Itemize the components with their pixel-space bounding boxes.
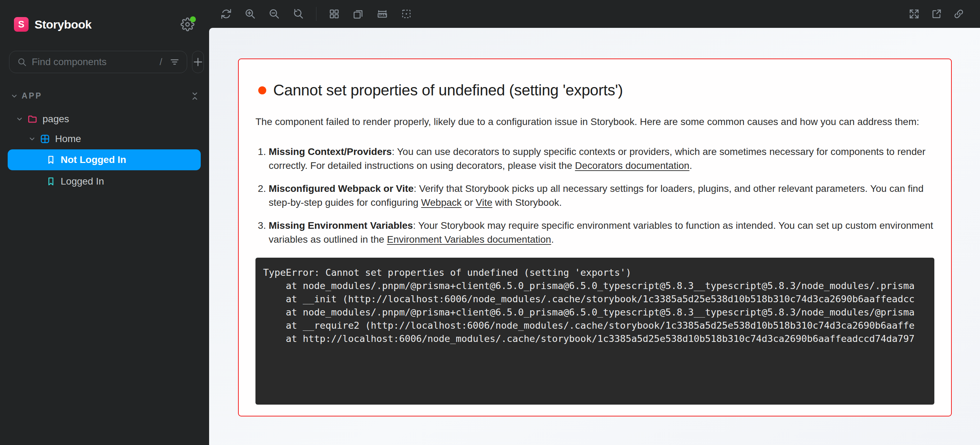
slash-shortcut-hint: / (160, 57, 162, 68)
search-icon (17, 57, 27, 67)
error-intro: The component failed to render properly,… (255, 115, 934, 129)
toolbar-right-group (904, 4, 971, 24)
chevron-down-icon[interactable] (28, 135, 36, 143)
sidebar-item-pages[interactable]: pages (0, 109, 209, 129)
zoom-out-icon (269, 8, 280, 19)
environment-variables-documentation-link[interactable]: Environment Variables documentation (387, 234, 551, 245)
zoom-out-button[interactable] (264, 4, 285, 24)
filter-icon[interactable] (169, 57, 180, 67)
settings-menu-button[interactable] (179, 16, 196, 33)
tree-item-label: Not Logged In (60, 154, 126, 165)
stack-trace-block: TypeError: Cannot set properties of unde… (255, 258, 934, 405)
component-icon (40, 134, 50, 144)
canvas-toolbar (209, 0, 980, 28)
main-area: Cannot set properties of undefined (sett… (209, 0, 980, 445)
viewport-button[interactable] (348, 4, 368, 24)
vite-link[interactable]: Vite (476, 197, 492, 208)
stack-line: at __require2 (http://localhost:6006/nod… (263, 319, 927, 332)
collapse-all-icon[interactable] (190, 92, 199, 101)
bookmark-icon (46, 177, 56, 186)
stack-line: at __init (http://localhost:6006/node_mo… (263, 293, 927, 306)
error-panel: Cannot set properties of undefined (sett… (238, 59, 952, 416)
notification-dot (190, 16, 196, 22)
cause-item-webpack-vite: Misconfigured Webpack or Vite: Verify th… (269, 182, 934, 210)
cause-item-context-providers: Missing Context/Providers: You can use d… (269, 145, 934, 173)
remount-button[interactable] (216, 4, 236, 24)
folder-icon (27, 114, 38, 124)
error-status-dot-icon (258, 86, 266, 94)
stack-line: at node_modules/.pnpm/@prisma+client@6.5… (263, 306, 927, 319)
zoom-in-button[interactable] (240, 4, 260, 24)
cause-item-env-variables: Missing Environment Variables: Your Stor… (269, 219, 934, 247)
cause-list: Missing Context/Providers: You can use d… (255, 145, 934, 247)
viewport-icon (353, 8, 364, 19)
search-row: / (9, 51, 201, 73)
copy-link-icon (953, 8, 964, 19)
toolbar-divider (316, 7, 317, 21)
storybook-app: S Storybook (0, 0, 980, 445)
error-title: Cannot set properties of undefined (sett… (273, 81, 623, 99)
background-grid-icon (329, 8, 340, 19)
sidebar: S Storybook (0, 0, 209, 445)
plus-icon (192, 56, 204, 68)
story-tree: pages Home (0, 109, 209, 192)
background-toggle-button[interactable] (324, 4, 344, 24)
remount-icon (221, 8, 232, 19)
section-label: APP (22, 91, 42, 101)
zoom-in-icon (245, 8, 256, 19)
storybook-logo: S (14, 17, 29, 32)
decorators-documentation-link[interactable]: Decorators documentation (575, 160, 689, 171)
outline-icon (401, 8, 412, 19)
brand-title: Storybook (35, 18, 92, 31)
search-input[interactable] (32, 56, 158, 68)
sidebar-item-home[interactable]: Home (0, 129, 209, 149)
cause-bold: Missing Context/Providers (269, 146, 392, 157)
zoom-reset-button[interactable] (288, 4, 309, 24)
cause-bold: Misconfigured Webpack or Vite (269, 183, 414, 194)
tree-item-label: Logged In (60, 176, 104, 187)
sidebar-section-app[interactable]: APP (10, 91, 199, 101)
open-new-tab-button[interactable] (926, 4, 947, 24)
fullscreen-button[interactable] (904, 4, 924, 24)
sidebar-item-not-logged-in[interactable]: Not Logged In (8, 149, 201, 170)
sidebar-item-logged-in[interactable]: Logged In (8, 171, 201, 192)
bookmark-icon (46, 155, 56, 165)
stack-line: at node_modules/.pnpm/@prisma+client@6.5… (263, 279, 927, 293)
sidebar-header: S Storybook (0, 0, 209, 33)
tree-item-label: Home (55, 133, 81, 144)
webpack-link[interactable]: Webpack (421, 197, 461, 208)
stack-line: at http://localhost:6006/node_modules/.c… (263, 332, 927, 345)
stack-line: TypeError: Cannot set properties of unde… (263, 266, 927, 279)
outline-button[interactable] (396, 4, 417, 24)
zoom-reset-icon (293, 8, 304, 19)
cause-bold: Missing Environment Variables (269, 220, 413, 231)
measure-button[interactable] (372, 4, 392, 24)
search-field[interactable]: / (9, 51, 187, 73)
copy-link-button[interactable] (949, 4, 969, 24)
error-heading: Cannot set properties of undefined (sett… (258, 81, 934, 99)
preview-canvas: Cannot set properties of undefined (sett… (209, 28, 980, 445)
measure-icon (377, 8, 388, 19)
chevron-down-icon[interactable] (15, 115, 24, 123)
create-story-button[interactable] (192, 51, 204, 73)
chevron-down-icon (10, 92, 18, 100)
open-new-tab-icon (931, 8, 942, 19)
fullscreen-icon (908, 8, 920, 19)
tree-item-label: pages (43, 114, 69, 125)
storybook-brand[interactable]: S Storybook (14, 17, 92, 32)
